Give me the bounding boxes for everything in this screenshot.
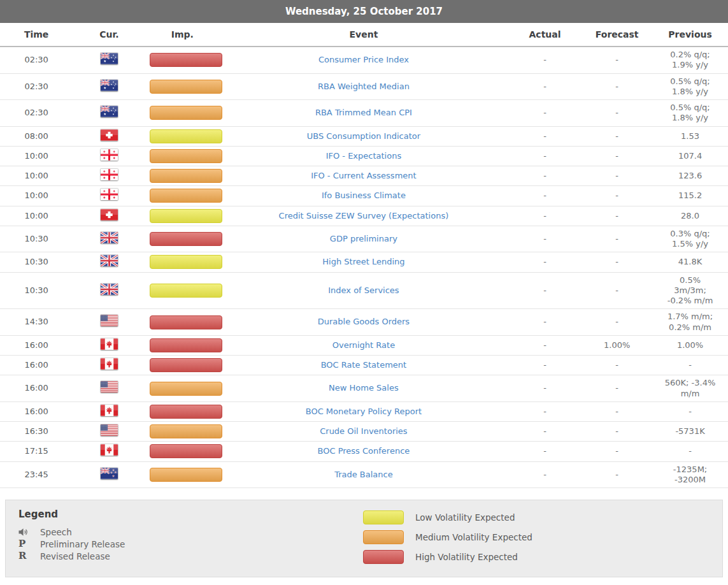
forecast-cell: - — [582, 226, 652, 252]
event-link[interactable]: High Street Lending — [322, 257, 404, 266]
event-cell: GDP preliminary — [219, 226, 508, 252]
event-link[interactable]: Credit Suisse ZEW Survey (Expectations) — [279, 211, 449, 220]
time-cell: 10:00 — [0, 166, 73, 186]
event-cell: High Street Lending — [219, 252, 508, 272]
importance-cell — [146, 166, 219, 186]
currency-cell — [73, 375, 145, 402]
forecast-cell: - — [582, 206, 652, 226]
time-cell: 16:00 — [0, 335, 73, 355]
event-link[interactable]: Index of Services — [328, 285, 399, 295]
currency-cell — [73, 126, 145, 146]
event-link[interactable]: Consumer Price Index — [318, 55, 409, 64]
actual-cell: - — [508, 146, 582, 166]
forecast-cell: - — [582, 272, 652, 309]
actual-cell: - — [508, 166, 582, 186]
previous-cell: 28.0 — [652, 206, 728, 226]
forecast-cell: - — [582, 461, 652, 488]
event-link[interactable]: BOC Rate Statement — [321, 360, 406, 370]
currency-cell — [73, 401, 145, 421]
table-row: 02:30RBA Trimmed Mean CPI--0.5% q/q; 1.8… — [0, 100, 728, 127]
event-cell: IFO - Expectations — [219, 146, 508, 166]
event-link[interactable]: New Home Sales — [329, 383, 399, 393]
event-cell: BOC Press Conference — [219, 442, 508, 461]
flag-canada-icon — [101, 358, 118, 370]
importance-cell — [146, 206, 219, 226]
currency-cell — [73, 252, 145, 272]
event-link[interactable]: BOC Press Conference — [318, 446, 410, 456]
event-cell: New Home Sales — [219, 375, 508, 402]
previous-cell: 0.5% q/q; 1.8% y/y — [652, 100, 728, 127]
importance-bar-medium — [150, 468, 222, 482]
importance-bar-high — [150, 338, 222, 352]
importance-cell — [146, 422, 219, 442]
forecast-cell: - — [582, 166, 652, 186]
volatility-label: High Volatility Expected — [415, 552, 518, 562]
previous-cell: 0.5% q/q; 1.8% y/y — [652, 73, 728, 100]
previous-cell: 123.6 — [652, 166, 728, 186]
event-cell: Crude Oil Inventories — [219, 422, 508, 442]
event-cell: RBA Weighted Median — [219, 73, 508, 100]
importance-bar-low — [150, 129, 222, 143]
flag-usa-icon — [101, 424, 118, 436]
legend-panel: Legend SpeechPPreliminary ReleaseRRevise… — [5, 500, 723, 577]
previous-cell: 1.53 — [652, 126, 728, 146]
importance-bar-high — [150, 444, 222, 458]
time-cell: 16:00 — [0, 375, 73, 402]
event-link[interactable]: Trade Balance — [334, 470, 393, 479]
importance-bar-medium — [150, 189, 222, 203]
time-cell: 02:30 — [0, 47, 73, 73]
speaker-icon — [18, 528, 40, 537]
event-link[interactable]: GDP preliminary — [330, 234, 397, 243]
event-link[interactable]: Durable Goods Orders — [318, 317, 410, 326]
flag-switzerland-icon — [101, 129, 118, 141]
high-volatility-swatch — [363, 550, 404, 564]
event-cell: Ifo Business Climate — [219, 186, 508, 206]
col-header-forecast: Forecast — [582, 23, 652, 47]
time-cell: 10:00 — [0, 206, 73, 226]
time-cell: 16:00 — [0, 401, 73, 421]
importance-bar-medium — [150, 149, 222, 163]
col-header-currency: Cur. — [73, 23, 145, 47]
event-link[interactable]: BOC Monetary Policy Report — [306, 407, 422, 416]
currency-cell — [73, 309, 145, 336]
actual-cell: - — [508, 442, 582, 461]
event-link[interactable]: IFO - Current Assessment — [311, 171, 416, 180]
importance-bar-medium — [150, 424, 222, 438]
event-link[interactable]: RBA Weighted Median — [318, 82, 410, 91]
table-row: 10:30Index of Services--0.5% 3m/3m; -0.2… — [0, 272, 728, 309]
forecast-cell: - — [582, 146, 652, 166]
event-cell: Credit Suisse ZEW Survey (Expectations) — [219, 206, 508, 226]
legend-marker-label: Revised Release — [40, 551, 110, 561]
importance-cell — [146, 309, 219, 336]
currency-cell — [73, 206, 145, 226]
col-header-time: Time — [0, 23, 73, 47]
currency-cell — [73, 146, 145, 166]
flag-georgia-icon — [101, 189, 118, 200]
actual-cell: - — [508, 272, 582, 309]
actual-cell: - — [508, 47, 582, 73]
flag-australia-icon — [101, 53, 118, 64]
importance-cell — [146, 335, 219, 355]
currency-cell — [73, 335, 145, 355]
event-link[interactable]: Crude Oil Inventories — [320, 426, 407, 436]
previous-cell: 0.3% q/q; 1.5% y/y — [652, 226, 728, 252]
event-link[interactable]: Ifo Business Climate — [322, 191, 406, 200]
volatility-legend-row: Low Volatility Expected — [363, 510, 532, 524]
actual-cell: - — [508, 100, 582, 127]
event-link[interactable]: IFO - Expectations — [326, 151, 402, 161]
date-header: Wednesday, 25 October 2017 — [0, 0, 728, 23]
table-row: 10:00IFO - Expectations--107.4 — [0, 146, 728, 166]
table-row: 10:30High Street Lending--41.8K — [0, 252, 728, 272]
event-cell: RBA Trimmed Mean CPI — [219, 100, 508, 127]
event-cell: UBS Consumption Indicator — [219, 126, 508, 146]
forecast-cell: - — [582, 356, 652, 375]
event-link[interactable]: RBA Trimmed Mean CPI — [315, 108, 412, 117]
time-cell: 10:00 — [0, 146, 73, 166]
forecast-cell: - — [582, 375, 652, 402]
previous-cell: 41.8K — [652, 252, 728, 272]
event-link[interactable]: UBS Consumption Indicator — [307, 131, 420, 141]
flag-switzerland-icon — [101, 209, 118, 220]
table-row: 10:00Credit Suisse ZEW Survey (Expectati… — [0, 206, 728, 226]
event-link[interactable]: Overnight Rate — [332, 340, 395, 350]
low-volatility-swatch — [363, 510, 404, 524]
